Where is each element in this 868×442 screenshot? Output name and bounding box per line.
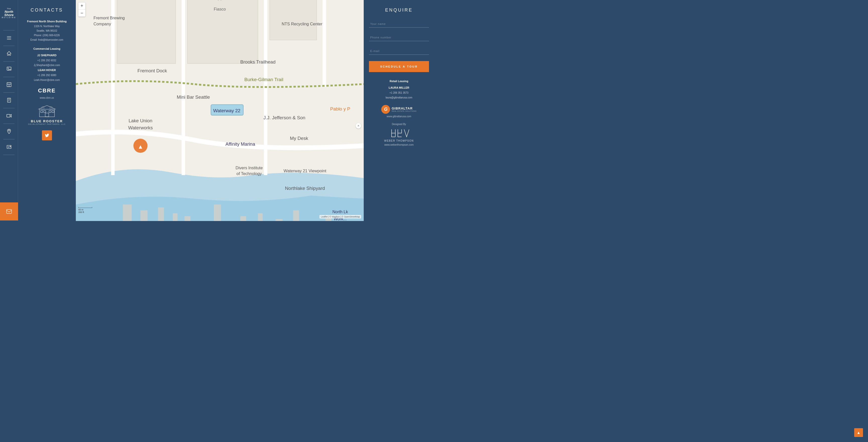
svg-text:Fiasco: Fiasco	[214, 7, 226, 11]
blue-rooster-name: BLUE ROOSTER	[23, 119, 70, 123]
mail-icon[interactable]	[0, 202, 18, 221]
svg-text:Waterway 22: Waterway 22	[213, 108, 240, 113]
svg-rect-35	[240, 216, 246, 221]
weber-thompson-name: WEBER THOMPSON	[369, 139, 429, 142]
weber-thompson-website: www.weberthompson.com	[369, 144, 429, 146]
svg-text:Lake Union: Lake Union	[129, 118, 152, 123]
cbre-logo: CBRE	[23, 87, 70, 94]
contacts-title: CONTACTS	[23, 7, 70, 13]
map-section: N 36th St N 35th St Carr Place Park 🍴 Ro…	[76, 0, 364, 221]
cbre-logo-text: CBRE	[23, 87, 70, 94]
sidebar: The North Shore BUILDING	[0, 0, 18, 221]
svg-point-4	[8, 68, 8, 69]
svg-point-17	[9, 146, 10, 147]
person1-email: Jj.Shephard@cbre.com	[23, 63, 70, 68]
sidebar-divider-9	[3, 155, 14, 155]
retail-person-email: laura@gibraltarusa.com	[369, 95, 429, 100]
person2-name: LEAH HOVER	[23, 68, 70, 73]
social-buttons	[23, 130, 70, 140]
svg-rect-31	[173, 213, 178, 221]
gibraltar-text: GIBRALTAR REAL ESTATE SOLUTIONS	[392, 106, 416, 112]
svg-text:Fremont Brewing: Fremont Brewing	[93, 15, 125, 20]
retail-leasing-title: Retail Leasing	[369, 80, 429, 83]
contact-icon[interactable]	[3, 141, 14, 153]
gibraltar-website: www.gibraltarusa.com	[369, 115, 429, 118]
svg-rect-44	[182, 0, 185, 175]
svg-text:Company: Company	[93, 22, 111, 26]
svg-rect-23	[52, 110, 54, 113]
svg-text:Mini Bar Seattle: Mini Bar Seattle	[177, 94, 210, 100]
logo: The North Shore BUILDING	[0, 5, 19, 21]
svg-rect-22	[49, 110, 51, 113]
svg-point-13	[8, 130, 10, 131]
weber-thompson-logo-svg	[389, 128, 409, 138]
amenities-icon[interactable]	[3, 95, 14, 106]
retail-person-name: LAURA MILLER	[369, 85, 429, 90]
svg-rect-29	[141, 211, 148, 221]
retail-leasing-info: LAURA MILLER +1 206 351 3573 laura@gibra…	[369, 85, 429, 100]
contacts-section: CONTACTS Fremont North Shore Building 13…	[18, 0, 76, 221]
enquire-title: ENQUIRE	[369, 7, 429, 13]
gibraltar-logo-container: G GIBRALTAR REAL ESTATE SOLUTIONS	[369, 105, 429, 114]
svg-rect-54	[117, 0, 176, 64]
svg-rect-43	[111, 0, 115, 175]
menu-icon[interactable]	[3, 32, 14, 44]
map-attribution: Leaflet | © Mapbox | © OpenStreetMap	[319, 215, 361, 219]
map-svg: N 36th St N 35th St Carr Place Park 🍴 Ro…	[76, 0, 364, 221]
video-icon[interactable]	[3, 110, 14, 122]
home-icon[interactable]	[3, 48, 14, 59]
svg-rect-20	[41, 110, 43, 113]
blue-rooster-sub: DEVELOPMENT PARTNERS, LLC	[23, 123, 70, 125]
phone-input[interactable]	[369, 34, 429, 41]
leasing-info: JJ SHEPHARD +1 206 292 6032 Jj.Shephard@…	[23, 53, 70, 83]
svg-rect-46	[322, 0, 326, 87]
map-close-button[interactable]: ×	[355, 123, 361, 129]
svg-rect-36	[258, 213, 263, 221]
floor-plan-icon[interactable]	[3, 79, 14, 90]
svg-rect-38	[293, 211, 299, 221]
svg-rect-37	[276, 219, 283, 221]
svg-text:NTS Recycling Center: NTS Recycling Center	[282, 22, 322, 26]
scale-50m: 50 m	[79, 209, 92, 211]
contact-phone: Phone: (206) 669-6226	[23, 33, 70, 38]
map-scale: 50 m 200 ft	[79, 207, 92, 214]
gallery-icon[interactable]	[3, 64, 14, 75]
retail-person-phone: +1 206 351 3573	[369, 90, 429, 95]
sidebar-divider-8	[3, 139, 14, 139]
designed-by-label: Designed By	[369, 123, 429, 126]
commercial-leasing-title: Commercial Leasing	[23, 47, 70, 50]
person2-email: Leah.Hover@cbre.com	[23, 77, 70, 83]
blue-rooster-building-svg	[37, 104, 57, 118]
email-input[interactable]	[369, 48, 429, 55]
svg-rect-32	[185, 216, 190, 221]
gibraltar-g-mark: G	[381, 105, 390, 114]
zoom-in-button[interactable]: +	[79, 2, 85, 9]
svg-rect-8	[7, 98, 10, 102]
map-container[interactable]: N 36th St N 35th St Carr Place Park 🍴 Ro…	[76, 0, 364, 221]
map-controls: + −	[79, 2, 85, 17]
sidebar-divider-5	[3, 92, 14, 93]
weber-thompson-logo: WEBER THOMPSON	[369, 128, 429, 142]
schedule-tour-button[interactable]: SCHEDULE A TOUR	[369, 61, 429, 72]
logo-sub: BUILDING	[2, 17, 16, 19]
building-name: Fremont North Shore Building	[23, 19, 70, 24]
gibraltar-logo: G GIBRALTAR REAL ESTATE SOLUTIONS	[369, 105, 429, 114]
address-line1: 1326 N. Northlake Way	[23, 24, 70, 29]
person2-phone: +1 206 292 6080	[23, 73, 70, 77]
location-icon[interactable]	[3, 126, 14, 137]
svg-rect-12	[6, 115, 10, 117]
twitter-button[interactable]	[42, 130, 52, 140]
svg-rect-18	[6, 210, 11, 214]
svg-text:Brooks Trailhead: Brooks Trailhead	[240, 59, 276, 65]
enquire-section: ENQUIRE SCHEDULE A TOUR Retail Leasing L…	[364, 0, 434, 221]
contact-email: Email: fnsb@bluerooster.com	[23, 38, 70, 42]
your-name-input[interactable]	[369, 20, 429, 28]
svg-text:My Desk: My Desk	[290, 136, 308, 141]
logo-main: North Shore	[2, 10, 16, 17]
person1-name: JJ SHEPHARD	[23, 53, 70, 58]
svg-text:▲: ▲	[137, 144, 144, 150]
zoom-out-button[interactable]: −	[79, 9, 85, 17]
sidebar-divider-3	[3, 61, 14, 62]
svg-rect-56	[270, 0, 317, 40]
blue-rooster-logo: BLUE ROOSTER DEVELOPMENT PARTNERS, LLC	[23, 104, 70, 125]
